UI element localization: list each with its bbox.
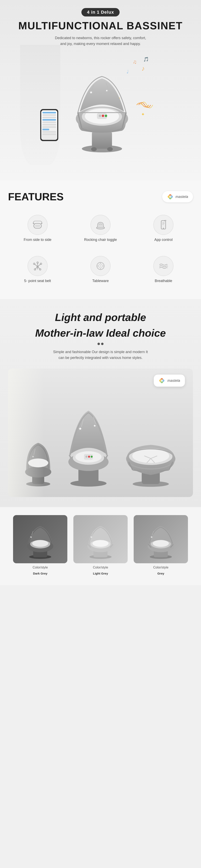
feature-label-app: App control <box>154 238 173 242</box>
svg-rect-1 <box>92 131 112 149</box>
svg-point-52 <box>160 268 161 268</box>
svg-text:★: ★ <box>90 535 93 538</box>
color-item-grey: ★ Color/style Grey <box>134 515 188 575</box>
screen-line <box>42 124 56 125</box>
svg-point-3 <box>107 147 113 151</box>
svg-rect-25 <box>35 225 40 227</box>
screen-line <box>42 117 56 118</box>
hero-product-image: ★ ★ <box>40 53 161 157</box>
phone-screen <box>41 110 57 140</box>
hero-subtitle: Dedicated to newborns, this rocker offer… <box>54 35 147 47</box>
feature-item-rocking: Rocking chair toggle <box>71 211 130 246</box>
svg-point-84 <box>132 449 169 463</box>
svg-point-8 <box>99 115 101 117</box>
bg-curtain <box>20 45 60 165</box>
music-note-1: ♪ <box>142 65 145 72</box>
svg-rect-41 <box>36 266 38 268</box>
svg-point-57 <box>161 380 163 382</box>
svg-point-9 <box>102 115 104 117</box>
mastela-brand-text: mastela <box>175 195 188 199</box>
feature-label-rocking: Rocking chair toggle <box>84 238 117 242</box>
hero-section: 4 in 1 Delux MULTIFUNCTIONAL BASSINET De… <box>0 0 201 181</box>
screen-line <box>42 129 49 130</box>
color-image-grey: ★ <box>134 515 188 563</box>
room-bg-left <box>8 369 44 497</box>
screen-line <box>42 114 56 116</box>
color-name-3: Grey <box>157 572 164 575</box>
feature-item-seatbelt: 5- point seat belt <box>8 252 67 287</box>
feature-label-side-to-side: From side to side <box>24 238 52 242</box>
svg-point-73 <box>88 456 90 458</box>
features-title: FEATURES <box>8 191 63 203</box>
portable-dots <box>8 343 193 345</box>
feature-label-tableware: Tableware <box>92 279 109 283</box>
screen-line <box>42 131 56 133</box>
mastela-flower-icon <box>159 377 165 384</box>
color-bassinet-light: ★ <box>80 519 121 559</box>
svg-point-74 <box>91 456 93 458</box>
svg-text:★: ★ <box>106 89 108 92</box>
screen-line <box>42 121 56 123</box>
seatbelt-icon <box>32 260 43 271</box>
feature-icon-breathable <box>153 256 173 276</box>
svg-text:★: ★ <box>30 535 32 538</box>
feature-label-seatbelt: 5- point seat belt <box>24 279 51 283</box>
features-header: FEATURES mastela <box>8 191 193 203</box>
color-bassinet-grey: ★ <box>141 519 181 559</box>
dot-2 <box>101 343 104 345</box>
svg-text:★: ★ <box>78 426 82 431</box>
screen-line <box>42 126 56 128</box>
color-style-label-1: Color/style <box>33 566 48 569</box>
portable-title-line2: Mother-in-law Ideal choice <box>8 327 193 339</box>
feature-icon-swing <box>28 215 48 235</box>
product-svg-2: ★ ★ <box>62 386 115 487</box>
portable-title-line1: Light and portable <box>8 311 193 323</box>
color-style-label-2: Color/style <box>93 566 108 569</box>
svg-point-51 <box>160 266 161 267</box>
svg-point-98 <box>32 540 48 547</box>
sparkle-icon-2: ✦ <box>141 112 145 117</box>
features-grid: From side to side Rocking chair toggle <box>8 211 193 287</box>
color-name-2: Light Grey <box>93 572 108 575</box>
bassinet-svg: ★ ★ <box>66 56 138 153</box>
svg-point-49 <box>100 265 101 267</box>
screen-line <box>42 119 56 121</box>
product-svg-3 <box>123 403 179 487</box>
color-item-dark-grey: ★ Color/style Dark Grey <box>13 515 67 575</box>
dot-1 <box>97 343 100 345</box>
products-showcase: mastela ★ <box>8 369 193 497</box>
portable-description: Simple and fashionable Our design is sim… <box>50 349 151 361</box>
svg-point-72 <box>85 456 87 458</box>
colors-section: ★ Color/style Dark Grey ★ Color/style Li <box>0 507 201 585</box>
svg-point-32 <box>163 228 164 229</box>
color-image-dark-grey: ★ <box>13 515 67 563</box>
svg-text:★: ★ <box>89 90 93 94</box>
svg-point-107 <box>92 540 109 547</box>
feature-item-breathable: Breathable <box>134 252 193 287</box>
portable-section: Light and portable Mother-in-law Ideal c… <box>0 299 201 507</box>
badge-4in1: 4 in 1 Delux <box>81 8 120 17</box>
color-image-light-grey: ★ <box>74 515 127 563</box>
svg-point-116 <box>153 540 169 547</box>
feature-icon-seatbelt <box>28 256 48 276</box>
product-3 <box>123 403 179 487</box>
bassinet-product: ★ ★ <box>66 56 138 154</box>
swing-icon <box>32 219 43 230</box>
screen-line <box>42 133 56 135</box>
hero-title: MULTIFUNCTIONAL BASSINET <box>4 20 197 32</box>
breathable-icon <box>158 260 169 271</box>
feature-item-side-to-side: From side to side <box>8 211 67 246</box>
app-icon <box>158 219 169 230</box>
svg-text:★: ★ <box>93 424 96 427</box>
product-2: ★ ★ <box>62 386 115 487</box>
svg-point-2 <box>91 147 97 151</box>
color-item-light-grey: ★ Color/style Light Grey <box>74 515 127 575</box>
svg-text:★: ★ <box>150 535 153 538</box>
feature-label-breathable: Breathable <box>155 279 172 283</box>
svg-point-23 <box>169 195 171 198</box>
mastela-badge-floating: mastela <box>154 375 185 386</box>
music-note-3: 🎵 <box>143 57 149 62</box>
phone-mockup <box>40 109 58 141</box>
feature-item-tableware: Tableware <box>71 252 130 287</box>
features-section: FEATURES mastela <box>0 181 201 299</box>
